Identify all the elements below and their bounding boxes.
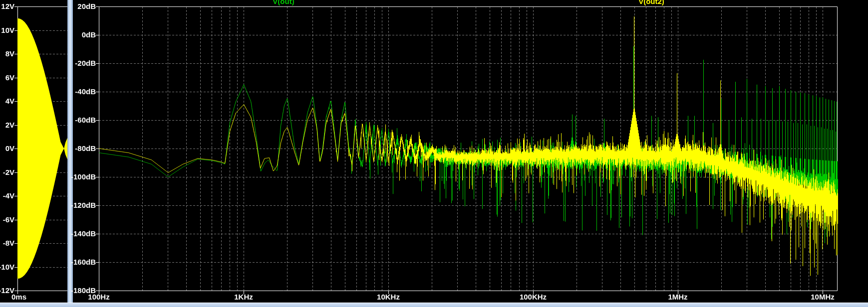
fft-x-axis-label: 1MHz xyxy=(668,293,687,301)
fft-y-axis-label: 0dB xyxy=(60,31,96,38)
time-y-axis-label: 8V xyxy=(0,50,14,57)
time-y-axis-label: -8V xyxy=(0,239,14,247)
fft-x-axis-label: 10MHz xyxy=(811,293,835,301)
fft-y-axis-label: -60dB xyxy=(60,116,96,124)
time-x-axis-label: 0ms xyxy=(11,293,26,301)
fft-y-axis-label: 20dB xyxy=(60,2,96,10)
fft-x-axis-label: 100Hz xyxy=(88,293,109,301)
fft-x-axis-label: 1KHz xyxy=(234,293,253,301)
time-y-axis-label: 2V xyxy=(0,121,14,129)
time-y-axis-label: -4V xyxy=(0,192,14,199)
window-bottom-border xyxy=(0,303,868,307)
fft-y-axis-label: -40dB xyxy=(60,88,96,95)
fft-x-axis-label: 10KHz xyxy=(377,293,400,301)
time-y-axis-label: -6V xyxy=(0,216,14,223)
fft-y-axis-label: -140dB xyxy=(60,230,96,237)
time-y-axis-label: -2V xyxy=(0,168,14,176)
time-y-axis-label: 10V xyxy=(0,26,14,34)
fft-y-axis-label: -160dB xyxy=(60,258,96,266)
time-y-axis-label: -10V xyxy=(0,263,14,271)
waveform-viewer-screen: V(out) V(out2) 20dB0dB-20dB-40dB-60dB-80… xyxy=(0,0,868,307)
time-y-axis-label: 12V xyxy=(0,2,14,10)
fft-y-axis-label: -20dB xyxy=(60,59,96,67)
plot-canvas[interactable] xyxy=(0,0,868,307)
time-y-axis-label: 4V xyxy=(0,97,14,105)
fft-x-axis-label: 100KHz xyxy=(520,293,547,301)
trace-label-vout2[interactable]: V(out2) xyxy=(638,0,664,5)
trace-label-vout[interactable]: V(out) xyxy=(273,0,294,5)
fft-y-axis-label: -100dB xyxy=(60,173,96,180)
fft-y-axis-label: -120dB xyxy=(60,201,96,209)
time-y-axis-label: 0V xyxy=(0,145,14,152)
fft-y-axis-label: -80dB xyxy=(60,145,96,152)
time-y-axis-label: 6V xyxy=(0,74,14,81)
